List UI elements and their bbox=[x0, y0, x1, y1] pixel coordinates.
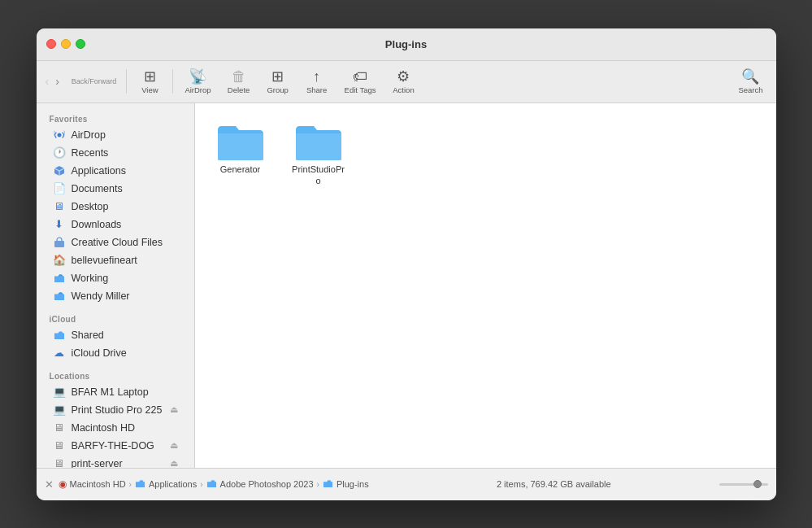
bfar-m1-icon: 💻 bbox=[53, 386, 66, 399]
sidebar-item-wendy-miller[interactable]: Wendy Miller bbox=[40, 287, 191, 305]
sidebar-item-print-server[interactable]: 🖥 print-server ⏏ bbox=[40, 455, 191, 468]
status-text: 2 items, 769.42 GB available bbox=[389, 479, 719, 489]
sidebar-item-recents[interactable]: 🕐 Recents bbox=[40, 144, 191, 162]
minimize-button[interactable] bbox=[61, 39, 71, 49]
sidebar-shared-label: Shared bbox=[72, 329, 104, 341]
generator-label: Generator bbox=[220, 164, 261, 175]
sidebar-item-downloads[interactable]: ⬇ Downloads bbox=[40, 216, 191, 233]
barfy-icon: 🖥 bbox=[53, 439, 66, 452]
print-studio-eject-icon[interactable]: ⏏ bbox=[170, 404, 178, 415]
plug-ins-bc-icon bbox=[323, 478, 333, 491]
divider-2 bbox=[172, 69, 173, 94]
group-icon: ⊞ bbox=[271, 69, 284, 84]
tags-icon: 🏷 bbox=[353, 69, 367, 84]
generator-folder-icon bbox=[218, 121, 263, 160]
airdrop-icon: 📡 bbox=[189, 69, 206, 84]
back-forward-label: Back/Forward bbox=[72, 77, 117, 85]
file-item-printstudiopro[interactable]: PrintStudioPro bbox=[286, 116, 351, 192]
breadcrumb-macintosh-hd[interactable]: ◉ Macintosh HD bbox=[59, 478, 126, 490]
status-right bbox=[719, 483, 768, 486]
toolbar: ‹ › Back/Forward ⊞ View 📡 AirDrop 🗑 Dele… bbox=[37, 61, 776, 103]
breadcrumb-sep-3: › bbox=[317, 480, 319, 489]
print-studio-icon: 💻 bbox=[53, 404, 66, 417]
sidebar: Favorites AirDrop 🕐 Recents bbox=[37, 103, 195, 468]
sidebar-downloads-label: Downloads bbox=[72, 219, 122, 230]
icloud-header: iCloud bbox=[37, 310, 194, 326]
maximize-button[interactable] bbox=[76, 39, 85, 49]
sidebar-airdrop-label: AirDrop bbox=[72, 129, 106, 141]
close-button[interactable] bbox=[46, 39, 56, 49]
back-button[interactable]: ‹ bbox=[43, 72, 52, 91]
locations-header: Locations bbox=[37, 367, 194, 383]
file-grid: Generator PrintStudioPro bbox=[208, 116, 763, 192]
airdrop-button[interactable]: 📡 AirDrop bbox=[178, 66, 217, 98]
action-button[interactable]: ⚙ Action bbox=[385, 66, 421, 98]
sidebar-creative-cloud-label: Creative Cloud Files bbox=[72, 237, 163, 248]
sidebar-item-working[interactable]: Working bbox=[40, 269, 191, 287]
breadcrumb-plug-ins[interactable]: Plug-ins bbox=[323, 478, 369, 491]
sidebar-item-shared[interactable]: Shared bbox=[40, 326, 191, 344]
breadcrumb-plug-ins-label: Plug-ins bbox=[337, 479, 369, 489]
breadcrumb: ◉ Macintosh HD › Applications › bbox=[59, 478, 389, 491]
sidebar-item-documents[interactable]: 📄 Documents bbox=[40, 180, 191, 198]
view-icon: ⊞ bbox=[144, 69, 156, 84]
file-item-generator[interactable]: Generator bbox=[208, 116, 273, 192]
window-title: Plug-ins bbox=[385, 38, 427, 50]
sidebar-item-bellevuefineart[interactable]: 🏠 bellevuefineart bbox=[40, 251, 191, 269]
breadcrumb-adobe-photoshop[interactable]: Adobe Photoshop 2023 bbox=[206, 478, 314, 491]
sidebar-item-bfar-m1[interactable]: 💻 BFAR M1 Laptop bbox=[40, 383, 191, 401]
statusbar-close-icon[interactable]: ✕ bbox=[45, 478, 54, 491]
breadcrumb-applications[interactable]: Applications bbox=[135, 478, 197, 491]
sidebar-macintosh-hd-label: Macintosh HD bbox=[72, 422, 136, 434]
airdrop-label: AirDrop bbox=[185, 85, 211, 94]
macintosh-hd-bc-icon: ◉ bbox=[59, 478, 67, 490]
share-button[interactable]: ↑ Share bbox=[299, 66, 335, 98]
sidebar-icloud-drive-label: iCloud Drive bbox=[72, 347, 127, 359]
printstudiopro-folder-icon bbox=[296, 121, 341, 160]
sidebar-item-barfy[interactable]: 🖥 BARFY-THE-DOG ⏏ bbox=[40, 437, 191, 455]
forward-button[interactable]: › bbox=[53, 72, 62, 91]
delete-button[interactable]: 🗑 Delete bbox=[221, 66, 257, 98]
recents-sidebar-icon: 🕐 bbox=[53, 146, 66, 159]
delete-label: Delete bbox=[228, 85, 250, 94]
sidebar-print-server-label: print-server bbox=[72, 458, 123, 468]
bellevuefineart-sidebar-icon: 🏠 bbox=[53, 254, 66, 267]
search-icon: 🔍 bbox=[741, 69, 759, 84]
sidebar-item-applications[interactable]: Applications bbox=[40, 162, 191, 180]
working-sidebar-icon bbox=[53, 272, 66, 285]
group-button[interactable]: ⊞ Group bbox=[260, 66, 296, 98]
airdrop-sidebar-icon bbox=[53, 129, 66, 142]
share-icon: ↑ bbox=[313, 69, 320, 84]
applications-sidebar-icon bbox=[53, 164, 66, 177]
sidebar-item-print-studio[interactable]: 💻 Print Studio Pro 225 ⏏ bbox=[40, 401, 191, 419]
search-button[interactable]: 🔍 Search bbox=[732, 66, 769, 98]
search-label: Search bbox=[738, 85, 762, 94]
icloud-drive-sidebar-icon: ☁ bbox=[53, 347, 66, 360]
sidebar-item-airdrop[interactable]: AirDrop bbox=[40, 126, 191, 144]
view-button[interactable]: ⊞ View bbox=[132, 66, 167, 98]
print-server-eject-icon[interactable]: ⏏ bbox=[170, 458, 178, 468]
favorites-header: Favorites bbox=[37, 110, 194, 126]
sidebar-bfar-m1-label: BFAR M1 Laptop bbox=[72, 386, 149, 398]
sidebar-item-macintosh-hd[interactable]: 🖥 Macintosh HD bbox=[40, 419, 191, 437]
shared-sidebar-icon bbox=[53, 329, 66, 342]
zoom-slider-thumb[interactable] bbox=[753, 480, 762, 488]
sidebar-bellevuefineart-label: bellevuefineart bbox=[72, 255, 137, 266]
breadcrumb-macintosh-hd-label: Macintosh HD bbox=[70, 479, 126, 489]
zoom-slider[interactable] bbox=[719, 483, 768, 486]
applications-bc-icon bbox=[135, 478, 145, 491]
delete-icon: 🗑 bbox=[232, 69, 246, 84]
barfy-eject-icon[interactable]: ⏏ bbox=[170, 440, 178, 451]
sidebar-item-creative-cloud[interactable]: Creative Cloud Files bbox=[40, 233, 191, 251]
breadcrumb-sep-1: › bbox=[129, 480, 132, 489]
traffic-lights bbox=[46, 39, 85, 49]
statusbar: ✕ ◉ Macintosh HD › Applications › bbox=[37, 468, 776, 500]
forward-arrow-icon: › bbox=[55, 75, 59, 88]
action-label: Action bbox=[393, 85, 414, 94]
edit-tags-button[interactable]: 🏷 Edit Tags bbox=[338, 66, 383, 98]
breadcrumb-sep-2: › bbox=[200, 480, 202, 489]
sidebar-recents-label: Recents bbox=[72, 147, 109, 159]
sidebar-item-icloud-drive[interactable]: ☁ iCloud Drive bbox=[40, 344, 191, 362]
sidebar-wendy-miller-label: Wendy Miller bbox=[72, 290, 130, 302]
sidebar-item-desktop[interactable]: 🖥 Desktop bbox=[40, 198, 191, 216]
